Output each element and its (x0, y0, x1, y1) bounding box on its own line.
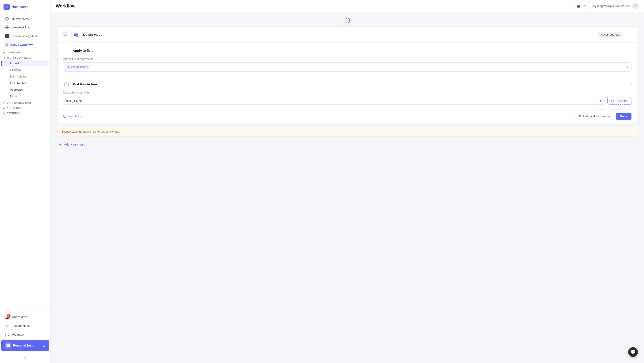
sidebar-item-data-actions[interactable]: Data Actions (1, 73, 49, 80)
step-icon-box (71, 30, 80, 39)
section-overview[interactable]: ▶ OVERVIEW (0, 50, 50, 55)
field-select-dropdown[interactable]: buyer_address × ▾ (63, 62, 632, 72)
sidebar-bottom: 🔔 What's new 1 📖 Documentation 💬 Feedbac… (0, 310, 50, 363)
add-conditions-label: Add conditions to run (583, 114, 610, 118)
settings-icon (63, 114, 66, 118)
pencil-icon (63, 47, 70, 54)
section-workflow-setup[interactable]: ▼ WORKFLOW SETUP (0, 55, 50, 60)
svg-rect-2 (74, 35, 76, 36)
done-button[interactable]: Done (616, 112, 632, 120)
topbar-right: 📺 Sch aryanagrawal@nanonets.com A (574, 3, 639, 10)
section-settings-label: SETTINGS (7, 112, 20, 114)
select-fields-label: Select one or more fields (63, 58, 632, 60)
section-workflow-setup-label: WORKFLOW SETUP (7, 56, 32, 59)
file-select-dropdown[interactable]: test2_file.pdf ▾ (63, 97, 604, 105)
schedule-label: Sch (582, 4, 586, 8)
refresh-icon (611, 100, 614, 102)
chat-bubble-icon: 💬 (630, 350, 636, 355)
sidebar-item-export[interactable]: Export (1, 93, 49, 100)
sidebar-item-external-integrations[interactable]: ⬛ External integrations (1, 32, 49, 40)
schedule-icon: 📺 (577, 4, 580, 8)
schedule-button[interactable]: 📺 Sch (574, 3, 590, 9)
sidebar-item-documentation[interactable]: 📖 Documentation (1, 322, 49, 330)
select-chevron-icon: ▾ (627, 65, 628, 69)
warning-text: Please save the above rule to add a new … (62, 130, 119, 133)
sidebar-item-approvals[interactable]: Approvals (1, 86, 49, 93)
approvals-label: Approvals (10, 88, 23, 91)
sidebar-item-my-workflows[interactable]: 🏠 My workflows (1, 14, 49, 23)
test-action-section: Test this Action ▾ Select file to test w… (58, 76, 637, 109)
collapse-icon: « (24, 355, 26, 360)
book-icon: 📖 (5, 324, 9, 328)
add-conditions-button[interactable]: Add conditions to run (575, 112, 613, 120)
brand-name: Nanonets (12, 5, 28, 9)
section-settings[interactable]: ▶ SETTINGS (0, 110, 50, 116)
apply-to-field-label: Apply to field (73, 49, 94, 52)
add-step-plus-icon: ＋ (58, 142, 62, 147)
section-title-row-apply: Apply to field (63, 47, 632, 54)
chevron-right-icon-3: ▶ (4, 107, 6, 109)
workflow-step-card: 1 Delete value buyer_address ⋮ (58, 26, 637, 123)
file-select-chevron-icon: ▾ (600, 99, 601, 102)
sidebar-item-final-results[interactable]: Final Results (1, 80, 49, 86)
test-action-label: Test this Action (73, 82, 97, 86)
sidebar-item-whats-new[interactable]: 🔔 What's new 1 (1, 313, 49, 321)
section-data-extraction[interactable]: ▶ DATA EXTRACTION (0, 100, 50, 105)
nav-label-external-integrations: External integrations (12, 34, 38, 38)
main-area: Workflow 📺 Sch aryanagrawal@nanonets.com… (50, 0, 644, 363)
plus-icon: ➕ (5, 25, 9, 30)
notification-badge: 1 (6, 314, 10, 318)
step-field-badge: buyer_address (598, 32, 623, 37)
file-select-label: Select file to test with (63, 91, 632, 94)
sidebar-item-feedback[interactable]: 💬 Feedback (1, 330, 49, 339)
sidebar-item-import[interactable]: Import (1, 60, 49, 66)
personal-team-left: 📊 Personal team (5, 342, 34, 348)
chip-label: buyer_address (68, 66, 86, 68)
sidebar-item-new-workflow[interactable]: ➕ New workflow (1, 23, 49, 32)
content-area: ＋ 1 Delete value buyer_address (50, 12, 644, 363)
section-ai-training[interactable]: ▶ AI TRAINING (0, 105, 50, 110)
chat-icon: 💬 (5, 332, 9, 337)
svg-rect-1 (74, 34, 78, 35)
footer-right: Add conditions to run Done (575, 112, 632, 120)
buyer-address-chip: buyer_address × (66, 65, 90, 69)
add-connector-top: ＋ (58, 17, 637, 27)
user-avatar: A (632, 3, 639, 10)
camera-icon (63, 80, 70, 88)
chip-remove-button[interactable]: × (87, 66, 88, 68)
import-label: Import (10, 62, 19, 65)
chevron-down-icon: ▼ (4, 56, 6, 59)
file-value: test2_file.pdf (66, 99, 82, 102)
collapse-sidebar-button[interactable]: « (0, 353, 50, 361)
section-overview-label: OVERVIEW (7, 51, 21, 54)
done-label: Done (620, 114, 627, 118)
add-step-top-button[interactable]: ＋ (344, 18, 350, 23)
test-file-row: test2_file.pdf ▾ Run Test (63, 97, 632, 105)
page-title: Workflow (56, 4, 76, 8)
sidebar-item-active-workflow[interactable]: ⬡ Active workflow (1, 40, 49, 49)
card-footer: Troubleshoot Add conditions to run Done (58, 109, 637, 123)
section-data-extraction-label: DATA EXTRACTION (7, 102, 31, 104)
nav-label-new-workflow: New workflow (12, 26, 30, 29)
chat-support-button[interactable]: 💬 (628, 347, 638, 357)
add-new-step-button[interactable]: ＋ Add a new step (58, 140, 637, 149)
warning-banner: Please save the above rule to add a new … (58, 127, 637, 136)
personal-team-icon: 📊 (5, 342, 11, 348)
data-actions-label: Data Actions (10, 75, 26, 78)
connector-line (347, 23, 348, 26)
sidebar-item-ai-model[interactable]: AI Model (1, 67, 49, 73)
troubleshoot-label: Troubleshoot (68, 114, 84, 118)
user-account[interactable]: aryanagrawal@nanonets.com A (592, 3, 639, 10)
export-label: Export (10, 94, 18, 98)
troubleshoot-button[interactable]: Troubleshoot (63, 114, 84, 118)
user-email: aryanagrawal@nanonets.com (592, 4, 630, 8)
chevron-right-icon-2: ▶ (4, 102, 6, 104)
personal-team-section[interactable]: 📊 Personal team ▲ (1, 340, 49, 351)
brand-logo[interactable]: N Nanonets (0, 0, 50, 14)
grid-icon: ⬛ (5, 34, 9, 38)
run-test-button[interactable]: Run Test (607, 97, 632, 105)
nav-label-active-workflow: Active workflow (10, 43, 33, 46)
step-menu-button[interactable]: ⋮ (626, 32, 632, 37)
test-section-chevron-icon[interactable]: ▾ (630, 82, 632, 86)
svg-point-6 (66, 84, 68, 85)
